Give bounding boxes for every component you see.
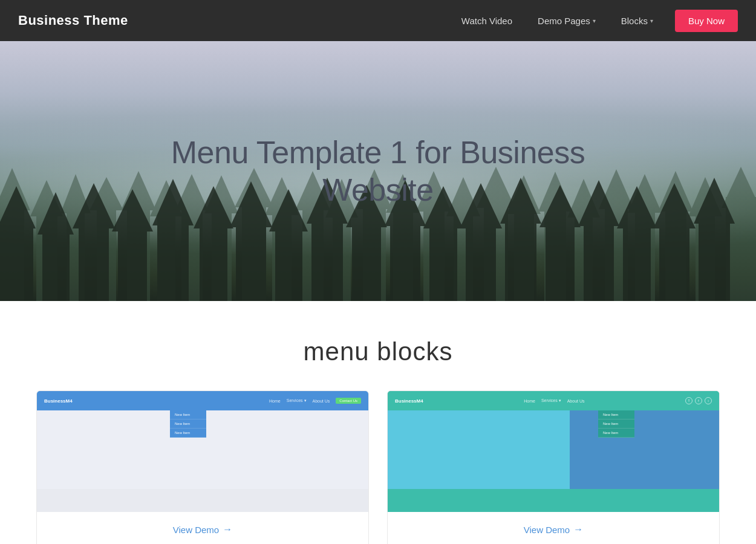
card-2-dropdown-item-1: New Item [598,410,634,419]
card-1-dropdown-item-2: New Item [170,419,206,429]
demo-pages-chevron-icon: ▾ [593,18,596,24]
cards-grid: BusinessM4 Home Services ▾ About Us Cont… [36,390,720,544]
card-2-twitter-icon: T [685,397,692,404]
card-1-nav-home: Home [269,399,281,403]
svg-rect-51 [0,222,33,301]
card-2-nav-services: Services ▾ [541,398,561,403]
card-2: BusinessM4 Home Services ▾ About Us T f … [387,390,720,544]
card-2-social-icons: T f i [685,397,712,404]
card-1-nav-about: About Us [313,399,330,403]
card-1-arrow-icon: → [223,524,232,535]
svg-rect-65 [275,225,302,301]
svg-rect-75 [466,219,496,301]
card-1-nav-services: Services ▾ [287,398,307,403]
card-2-preview: BusinessM4 Home Services ▾ About Us T f … [388,391,719,512]
card-2-body-left [388,410,570,489]
svg-rect-63 [236,219,266,301]
card-2-nav-about: About Us [567,399,585,403]
blocks-chevron-icon: ▾ [650,18,653,24]
card-2-dropdown: New Item New Item New Item [598,410,634,438]
card-2-brand: BusinessM4 [395,398,423,404]
hero-title: Menu Template 1 for Business Website [171,134,585,209]
demo-pages-button[interactable]: Demo Pages ▾ [528,11,605,31]
svg-rect-79 [546,221,575,301]
card-1-footer: View Demo → [37,512,368,544]
card-1-cta: Contact Us [336,398,361,404]
svg-rect-61 [200,222,227,301]
watch-video-button[interactable]: Watch Video [452,11,522,31]
hero-section: Menu Template 1 for Business Website [0,41,756,301]
svg-rect-73 [429,222,457,301]
svg-rect-57 [118,225,147,301]
buy-now-button[interactable]: Buy Now [675,10,738,32]
svg-rect-55 [79,219,109,301]
card-1: BusinessM4 Home Services ▾ About Us Cont… [36,390,369,544]
card-2-body [388,410,719,489]
nav-links: Watch Video Demo Pages ▾ Blocks ▾ Buy No… [452,10,738,32]
svg-rect-71 [390,218,420,301]
card-2-arrow-icon: → [573,524,583,535]
svg-marker-50 [722,167,756,208]
svg-rect-85 [659,219,689,301]
card-2-instagram-icon: i [705,397,712,404]
svg-rect-53 [42,228,70,301]
card-1-nav-items: Home Services ▾ About Us Contact Us [269,398,361,404]
svg-rect-81 [584,218,614,301]
card-2-nav-items: Home Services ▾ About Us [524,398,584,403]
nav-brand: Business Theme [18,13,452,28]
card-2-view-demo-link[interactable]: View Demo → [524,524,583,535]
card-1-dropdown: New Item New Item New Item [170,410,206,438]
card-1-dropdown-item-1: New Item [170,410,206,419]
card-1-dropdown-item-3: New Item [170,429,206,438]
card-1-view-demo-link[interactable]: View Demo → [173,524,232,535]
navbar: Business Theme Watch Video Demo Pages ▾ … [0,0,756,41]
blocks-button[interactable]: Blocks ▾ [611,11,663,31]
card-2-body-right [570,410,719,489]
svg-rect-87 [699,215,730,301]
card-1-navbar: BusinessM4 Home Services ▾ About Us Cont… [37,391,368,410]
svg-rect-67 [311,215,343,301]
menu-blocks-section: menu blocks BusinessM4 Home Services ▾ A… [0,301,756,544]
section-title: menu blocks [36,337,720,366]
card-2-navbar: BusinessM4 Home Services ▾ About Us T f … [388,391,719,410]
svg-rect-77 [505,215,536,301]
card-1-brand: BusinessM4 [44,398,73,404]
card-2-footer: View Demo → [388,512,719,544]
card-2-dropdown-item-3: New Item [598,429,634,438]
svg-rect-83 [623,222,651,301]
card-2-facebook-icon: f [695,397,702,404]
svg-rect-59 [157,216,189,301]
svg-rect-69 [352,221,381,301]
svg-rect-49 [726,197,756,301]
card-1-preview: BusinessM4 Home Services ▾ About Us Cont… [37,391,368,512]
card-2-nav-home: Home [524,399,535,403]
hero-content: Menu Template 1 for Business Website [171,134,585,209]
card-2-dropdown-item-2: New Item [598,419,634,429]
